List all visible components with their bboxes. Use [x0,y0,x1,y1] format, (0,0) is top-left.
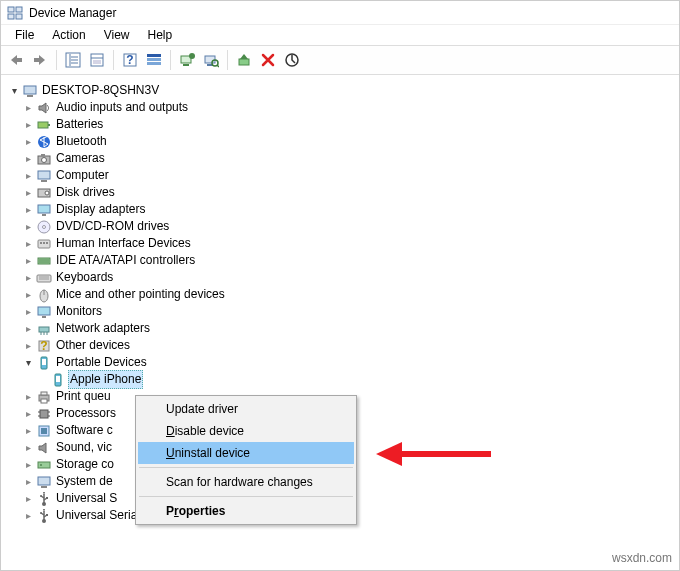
tree-node-label: Cameras [54,150,107,167]
forward-button[interactable] [29,49,51,71]
tree-node[interactable]: DVD/CD-ROM drives [8,218,672,235]
expand-arrow-icon[interactable] [22,388,34,405]
tree-node[interactable]: Batteries [8,116,672,133]
display-icon [36,202,52,218]
tree-node[interactable]: Keyboards [8,269,672,286]
svg-rect-36 [41,154,45,156]
expand-arrow-icon[interactable] [22,184,34,201]
expand-arrow-icon[interactable] [22,405,34,422]
svg-rect-68 [56,376,60,382]
tb-update-driver[interactable] [176,49,198,71]
tree-node[interactable]: Cameras [8,150,672,167]
window-title: Device Manager [29,6,116,20]
expand-arrow-icon[interactable] [8,82,20,99]
computer-icon [36,168,52,184]
tree-node-portable[interactable]: Portable Devices [8,354,672,371]
ctx-label: Properties [166,504,225,518]
tree-node[interactable]: Bluetooth [8,133,672,150]
tree-node-apple-iphone[interactable]: Apple iPhone [8,371,672,388]
svg-rect-88 [46,497,48,499]
expand-arrow-icon[interactable] [22,422,34,439]
expand-arrow-icon[interactable] [22,473,34,490]
portable-icon [36,355,52,371]
svg-rect-23 [205,56,215,63]
expand-arrow-icon[interactable] [22,286,34,303]
tree-node-label: Bluetooth [54,133,109,150]
portable-icon [50,372,66,388]
dvd-icon [36,219,52,235]
expand-arrow-icon[interactable] [22,150,34,167]
expand-arrow-icon[interactable] [22,167,34,184]
menu-help[interactable]: Help [140,27,181,43]
tb-enable[interactable] [233,49,255,71]
tree-node[interactable]: Audio inputs and outputs [8,99,672,116]
tree-node-label: Human Interface Devices [54,235,193,252]
ctx-disable-device[interactable]: Disable device [138,420,354,442]
tree-node[interactable]: Display adapters [8,201,672,218]
expand-arrow-icon[interactable] [22,116,34,133]
tree-root-node[interactable]: DESKTOP-8QSHN3V [8,82,672,99]
back-button[interactable] [5,49,27,71]
svg-rect-1 [16,7,22,12]
menu-action[interactable]: Action [44,27,93,43]
tree-node[interactable]: ?Other devices [8,337,672,354]
tree-node-label: Network adapters [54,320,152,337]
ctx-scan-hardware[interactable]: Scan for hardware changes [138,471,354,493]
expand-arrow-icon[interactable] [22,269,34,286]
tree-node[interactable]: Monitors [8,303,672,320]
expand-arrow-icon[interactable] [22,439,34,456]
expand-arrow-icon[interactable] [22,456,34,473]
camera-icon [36,151,52,167]
ctx-update-driver[interactable]: Update driver [138,398,354,420]
svg-point-87 [40,495,42,497]
expand-arrow-icon[interactable] [22,337,34,354]
audio-icon [36,100,52,116]
ctx-uninstall-device[interactable]: Uninstall device [138,442,354,464]
tree-node[interactable]: IDE ATA/ATAPI controllers [8,252,672,269]
svg-text:?: ? [126,53,133,67]
expand-arrow-icon[interactable] [22,235,34,252]
expand-arrow-icon[interactable] [22,218,34,235]
tree-node-label: Other devices [54,337,132,354]
svg-rect-2 [8,14,14,19]
menu-file[interactable]: File [7,27,42,43]
ctx-label: Disable device [166,424,244,438]
tb-show-hide-tree[interactable] [62,49,84,71]
expand-arrow-icon[interactable] [22,490,34,507]
menu-view[interactable]: View [96,27,138,43]
svg-rect-81 [38,477,50,485]
svg-rect-49 [38,258,50,264]
tb-properties[interactable] [86,49,108,71]
ctx-label: Scan for hardware changes [166,475,313,489]
svg-rect-30 [27,95,33,97]
expand-arrow-icon[interactable] [22,201,34,218]
tb-action-list[interactable] [143,49,165,71]
tb-help[interactable]: ? [119,49,141,71]
tree-node[interactable]: Mice and other pointing devices [8,286,672,303]
tb-disable[interactable] [281,49,303,71]
svg-text:?: ? [40,339,47,353]
expand-arrow-icon[interactable] [22,354,34,371]
expand-arrow-icon[interactable] [22,320,34,337]
toolbar-separator [170,50,171,70]
tb-scan-hardware[interactable] [200,49,222,71]
tb-uninstall[interactable] [257,49,279,71]
svg-rect-71 [41,399,47,403]
expand-arrow-icon[interactable] [22,252,34,269]
tree-node[interactable]: Disk drives [8,184,672,201]
expand-arrow-icon[interactable] [22,99,34,116]
svg-rect-4 [17,58,22,62]
expand-arrow-icon[interactable] [22,133,34,150]
menu-bar: File Action View Help [1,25,679,45]
ctx-properties[interactable]: Properties [138,500,354,522]
svg-point-40 [45,191,49,195]
monitor-icon [36,304,52,320]
disk-icon [36,185,52,201]
tree-node[interactable]: Computer [8,167,672,184]
tree-node-label: Disk drives [54,184,117,201]
expand-arrow-icon[interactable] [22,507,34,524]
tree-node-label: Print queu [54,388,113,405]
expand-arrow-icon[interactable] [22,303,34,320]
tree-node[interactable]: Network adapters [8,320,672,337]
tree-node[interactable]: Human Interface Devices [8,235,672,252]
